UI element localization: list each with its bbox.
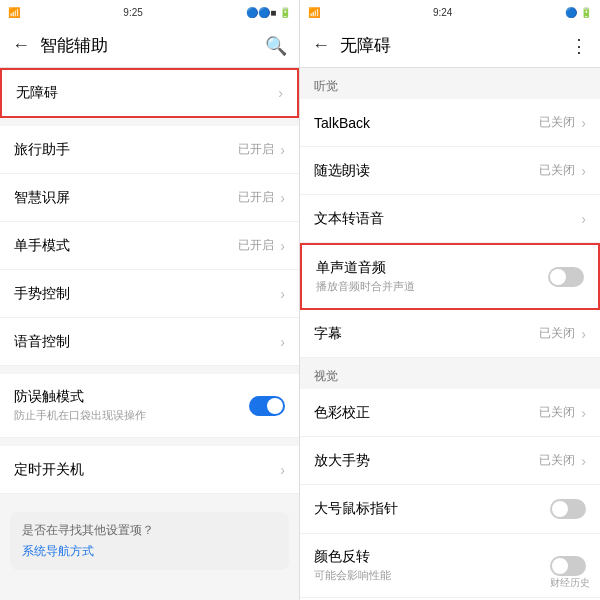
right-page-title: 无障碍: [340, 34, 570, 57]
right-danyindao-sub: 播放音频时合并声道: [316, 279, 415, 294]
right-phone-panel: 📶 9:24 🔵 🔋 ← 无障碍 ⋮ 听觉 TalkBack 已关闭 › 随选朗…: [300, 0, 600, 600]
right-item-secai[interactable]: 色彩校正 已关闭 ›: [300, 389, 600, 437]
left-item-danshou-label: 单手模式: [14, 237, 70, 255]
left-item-wuzhangai-label: 无障碍: [16, 84, 58, 102]
left-item-zhihui-status: 已开启: [238, 189, 274, 206]
left-item-shishi[interactable]: 手势控制 ›: [0, 270, 299, 318]
watermark: 财经历史: [550, 576, 590, 590]
right-zimu-chevron: ›: [581, 326, 586, 342]
left-back-button[interactable]: ←: [12, 35, 30, 56]
right-section-tingjue-label: 听觉: [300, 68, 600, 99]
right-nav-bar: ← 无障碍 ⋮: [300, 24, 600, 68]
right-suixuan-status: 已关闭: [539, 162, 575, 179]
left-item-fangcuo-sub: 防止手机在口袋出现误操作: [14, 408, 146, 423]
right-item-fangda[interactable]: 放大手势 已关闭 ›: [300, 437, 600, 485]
right-fangda-chevron: ›: [581, 453, 586, 469]
right-zimu-status: 已关闭: [539, 325, 575, 342]
left-find-more-question: 是否在寻找其他设置项？: [22, 522, 277, 539]
right-section-shijue-label: 视觉: [300, 358, 600, 389]
right-yanse-label: 颜色反转: [314, 548, 391, 566]
right-secai-chevron: ›: [581, 405, 586, 421]
right-item-wenben[interactable]: 文本转语音 ›: [300, 195, 600, 243]
left-item-wuzhangai-chevron: ›: [278, 85, 283, 101]
right-back-button[interactable]: ←: [312, 35, 330, 56]
left-item-yuyin[interactable]: 语音控制 ›: [0, 318, 299, 366]
right-wenben-label: 文本转语音: [314, 210, 384, 228]
right-item-zimu[interactable]: 字幕 已关闭 ›: [300, 310, 600, 358]
right-toggle-yanse[interactable]: [550, 556, 586, 576]
right-fangda-label: 放大手势: [314, 452, 370, 470]
right-talkback-status: 已关闭: [539, 114, 575, 131]
right-talkback-label: TalkBack: [314, 115, 370, 131]
left-search-icon[interactable]: 🔍: [265, 35, 287, 57]
left-signal: 📶: [8, 7, 20, 18]
left-phone-panel: 📶 9:25 🔵🔵■ 🔋 ← 智能辅助 🔍 无障碍 › 旅行助手 已开启 › 智…: [0, 0, 300, 600]
left-settings-list: 无障碍 › 旅行助手 已开启 › 智慧识屏 已开启 › 单手模式 已开启 ›: [0, 68, 299, 600]
left-item-fangcuo-label: 防误触模式: [14, 388, 146, 406]
left-nav-bar: ← 智能辅助 🔍: [0, 24, 299, 68]
right-wenben-chevron: ›: [581, 211, 586, 227]
left-item-shishi-chevron: ›: [280, 286, 285, 302]
right-item-talkback[interactable]: TalkBack 已关闭 ›: [300, 99, 600, 147]
right-fangda-status: 已关闭: [539, 452, 575, 469]
left-status-bar: 📶 9:25 🔵🔵■ 🔋: [0, 0, 299, 24]
left-item-wuzhangai[interactable]: 无障碍 ›: [0, 68, 299, 118]
left-gap-3: [0, 438, 299, 446]
left-item-yuyin-chevron: ›: [280, 334, 285, 350]
right-item-dazhi: 大号鼠标指针: [300, 485, 600, 534]
left-item-lvyou-label: 旅行助手: [14, 141, 70, 159]
left-item-zhihui[interactable]: 智慧识屏 已开启 ›: [0, 174, 299, 222]
left-item-danshou-chevron: ›: [280, 238, 285, 254]
left-battery: 🔵🔵■ 🔋: [246, 7, 291, 18]
right-talkback-chevron: ›: [581, 115, 586, 131]
right-signal: 📶: [308, 7, 320, 18]
left-item-lvyou[interactable]: 旅行助手 已开启 ›: [0, 126, 299, 174]
left-time: 9:25: [123, 7, 142, 18]
left-item-zhihui-chevron: ›: [280, 190, 285, 206]
left-item-danshou[interactable]: 单手模式 已开启 ›: [0, 222, 299, 270]
left-item-shishi-label: 手势控制: [14, 285, 70, 303]
right-item-suixuan[interactable]: 随选朗读 已关闭 ›: [300, 147, 600, 195]
left-find-more-link[interactable]: 系统导航方式: [22, 543, 277, 560]
right-danyindao-label: 单声道音频: [316, 259, 415, 277]
left-gap-2: [0, 366, 299, 374]
left-item-yuyin-label: 语音控制: [14, 333, 70, 351]
left-page-title: 智能辅助: [40, 34, 265, 57]
left-gap-1: [0, 118, 299, 126]
right-secai-label: 色彩校正: [314, 404, 370, 422]
left-item-dingshi-chevron: ›: [280, 462, 285, 478]
right-yanse-sub: 可能会影响性能: [314, 568, 391, 583]
right-battery: 🔵 🔋: [565, 7, 592, 18]
left-gap-4: [0, 494, 299, 502]
right-zimu-label: 字幕: [314, 325, 342, 343]
left-item-zhihui-label: 智慧识屏: [14, 189, 70, 207]
left-item-dingshi-label: 定时开关机: [14, 461, 84, 479]
right-toggle-danyindao[interactable]: [548, 267, 584, 287]
right-suixuan-label: 随选朗读: [314, 162, 370, 180]
left-toggle-fangcuo[interactable]: [249, 396, 285, 416]
right-status-bar: 📶 9:24 🔵 🔋: [300, 0, 600, 24]
right-dazhi-label: 大号鼠标指针: [314, 500, 398, 518]
right-secai-status: 已关闭: [539, 404, 575, 421]
left-find-more-box: 是否在寻找其他设置项？ 系统导航方式: [10, 512, 289, 570]
right-more-icon[interactable]: ⋮: [570, 35, 588, 57]
left-item-dingshi[interactable]: 定时开关机 ›: [0, 446, 299, 494]
right-toggle-dazhi[interactable]: [550, 499, 586, 519]
right-suixuan-chevron: ›: [581, 163, 586, 179]
right-item-danyindao: 单声道音频 播放音频时合并声道: [300, 243, 600, 310]
left-item-danshou-status: 已开启: [238, 237, 274, 254]
left-item-fangcuo: 防误触模式 防止手机在口袋出现误操作: [0, 374, 299, 438]
left-item-lvyou-status: 已开启: [238, 141, 274, 158]
right-settings-list: 听觉 TalkBack 已关闭 › 随选朗读 已关闭 › 文本转语音 › 单声道…: [300, 68, 600, 600]
right-time: 9:24: [433, 7, 452, 18]
left-item-lvyou-chevron: ›: [280, 142, 285, 158]
